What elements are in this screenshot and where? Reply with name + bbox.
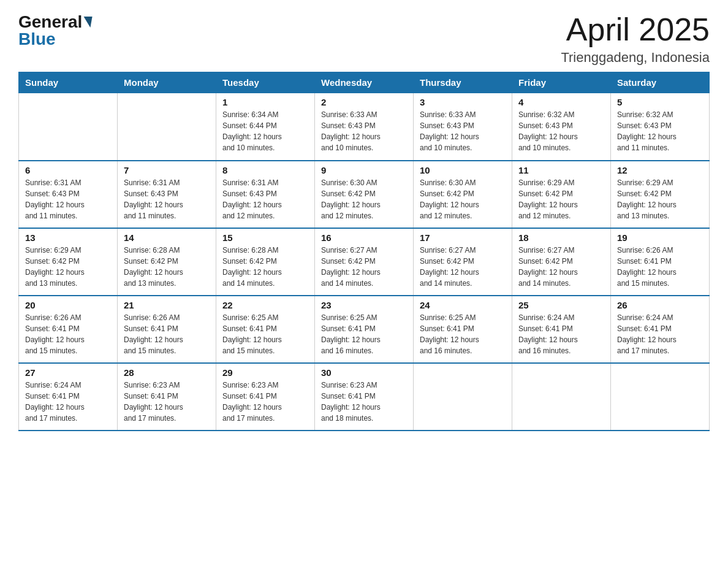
logo: General Blue (18, 12, 92, 49)
day-info: Sunrise: 6:30 AMSunset: 6:42 PMDaylight:… (420, 177, 506, 221)
day-number: 28 (124, 367, 210, 378)
day-number: 16 (321, 232, 407, 243)
calendar-cell: 7Sunrise: 6:31 AMSunset: 6:43 PMDaylight… (118, 161, 216, 228)
calendar-table: SundayMondayTuesdayWednesdayThursdayFrid… (18, 72, 710, 431)
day-number: 6 (25, 165, 111, 175)
day-info: Sunrise: 6:33 AMSunset: 6:43 PMDaylight:… (420, 109, 506, 153)
day-info: Sunrise: 6:28 AMSunset: 6:42 PMDaylight:… (124, 245, 210, 289)
calendar-week-row: 6Sunrise: 6:31 AMSunset: 6:43 PMDaylight… (19, 161, 710, 228)
day-info: Sunrise: 6:26 AMSunset: 6:41 PMDaylight:… (25, 312, 111, 356)
calendar-cell: 10Sunrise: 6:30 AMSunset: 6:42 PMDayligh… (414, 161, 512, 228)
calendar-week-row: 27Sunrise: 6:24 AMSunset: 6:41 PMDayligh… (19, 363, 710, 431)
calendar-cell (512, 363, 611, 431)
day-info: Sunrise: 6:31 AMSunset: 6:43 PMDaylight:… (124, 177, 210, 221)
page-header: General Blue April 2025 Trienggadeng, In… (18, 12, 710, 66)
title-block: April 2025 Trienggadeng, Indonesia (561, 12, 710, 66)
calendar-cell: 2Sunrise: 6:33 AMSunset: 6:43 PMDaylight… (315, 93, 414, 161)
day-number: 21 (124, 300, 210, 310)
header-sunday: Sunday (19, 72, 118, 93)
day-info: Sunrise: 6:25 AMSunset: 6:41 PMDaylight:… (222, 312, 308, 356)
header-saturday: Saturday (611, 72, 710, 93)
header-thursday: Thursday (414, 72, 512, 93)
day-info: Sunrise: 6:29 AMSunset: 6:42 PMDaylight:… (617, 177, 703, 221)
calendar-cell: 16Sunrise: 6:27 AMSunset: 6:42 PMDayligh… (315, 228, 414, 296)
day-number: 11 (518, 165, 604, 175)
header-friday: Friday (512, 72, 611, 93)
day-info: Sunrise: 6:26 AMSunset: 6:41 PMDaylight:… (617, 245, 703, 289)
calendar-cell: 29Sunrise: 6:23 AMSunset: 6:41 PMDayligh… (216, 363, 315, 431)
day-info: Sunrise: 6:34 AMSunset: 6:44 PMDaylight:… (222, 109, 308, 153)
day-info: Sunrise: 6:24 AMSunset: 6:41 PMDaylight:… (518, 312, 604, 356)
day-number: 7 (124, 165, 210, 175)
day-info: Sunrise: 6:30 AMSunset: 6:42 PMDaylight:… (321, 177, 407, 221)
calendar-cell: 3Sunrise: 6:33 AMSunset: 6:43 PMDaylight… (414, 93, 512, 161)
calendar-cell: 18Sunrise: 6:27 AMSunset: 6:42 PMDayligh… (512, 228, 611, 296)
calendar-cell: 13Sunrise: 6:29 AMSunset: 6:42 PMDayligh… (19, 228, 118, 296)
calendar-cell: 23Sunrise: 6:25 AMSunset: 6:41 PMDayligh… (315, 296, 414, 363)
day-number: 14 (124, 232, 210, 243)
day-number: 18 (518, 232, 604, 243)
day-info: Sunrise: 6:24 AMSunset: 6:41 PMDaylight:… (25, 380, 111, 424)
day-number: 13 (25, 232, 111, 243)
calendar-cell (611, 363, 710, 431)
day-number: 25 (518, 300, 604, 310)
day-number: 1 (222, 97, 308, 107)
calendar-cell: 30Sunrise: 6:23 AMSunset: 6:41 PMDayligh… (315, 363, 414, 431)
day-number: 30 (321, 367, 407, 378)
day-number: 17 (420, 232, 506, 243)
calendar-cell: 28Sunrise: 6:23 AMSunset: 6:41 PMDayligh… (118, 363, 216, 431)
calendar-cell (118, 93, 216, 161)
header-monday: Monday (118, 72, 216, 93)
calendar-cell: 6Sunrise: 6:31 AMSunset: 6:43 PMDaylight… (19, 161, 118, 228)
day-info: Sunrise: 6:27 AMSunset: 6:42 PMDaylight:… (420, 245, 506, 289)
header-tuesday: Tuesday (216, 72, 315, 93)
day-number: 19 (617, 232, 703, 243)
calendar-week-row: 13Sunrise: 6:29 AMSunset: 6:42 PMDayligh… (19, 228, 710, 296)
calendar-cell: 4Sunrise: 6:32 AMSunset: 6:43 PMDaylight… (512, 93, 611, 161)
day-info: Sunrise: 6:29 AMSunset: 6:42 PMDaylight:… (518, 177, 604, 221)
calendar-cell: 27Sunrise: 6:24 AMSunset: 6:41 PMDayligh… (19, 363, 118, 431)
day-info: Sunrise: 6:27 AMSunset: 6:42 PMDaylight:… (518, 245, 604, 289)
calendar-cell: 24Sunrise: 6:25 AMSunset: 6:41 PMDayligh… (414, 296, 512, 363)
header-wednesday: Wednesday (315, 72, 414, 93)
calendar-cell: 11Sunrise: 6:29 AMSunset: 6:42 PMDayligh… (512, 161, 611, 228)
day-info: Sunrise: 6:26 AMSunset: 6:41 PMDaylight:… (124, 312, 210, 356)
day-number: 3 (420, 97, 506, 107)
calendar-cell: 5Sunrise: 6:32 AMSunset: 6:43 PMDaylight… (611, 93, 710, 161)
day-number: 15 (222, 232, 308, 243)
day-info: Sunrise: 6:25 AMSunset: 6:41 PMDaylight:… (321, 312, 407, 356)
calendar-cell: 17Sunrise: 6:27 AMSunset: 6:42 PMDayligh… (414, 228, 512, 296)
day-info: Sunrise: 6:23 AMSunset: 6:41 PMDaylight:… (124, 380, 210, 424)
day-number: 24 (420, 300, 506, 310)
logo-blue: Blue (18, 29, 56, 49)
calendar-cell: 12Sunrise: 6:29 AMSunset: 6:42 PMDayligh… (611, 161, 710, 228)
calendar-cell: 20Sunrise: 6:26 AMSunset: 6:41 PMDayligh… (19, 296, 118, 363)
day-info: Sunrise: 6:33 AMSunset: 6:43 PMDaylight:… (321, 109, 407, 153)
day-number: 20 (25, 300, 111, 310)
day-number: 2 (321, 97, 407, 107)
calendar-cell: 9Sunrise: 6:30 AMSunset: 6:42 PMDaylight… (315, 161, 414, 228)
calendar-cell: 19Sunrise: 6:26 AMSunset: 6:41 PMDayligh… (611, 228, 710, 296)
calendar-cell: 8Sunrise: 6:31 AMSunset: 6:43 PMDaylight… (216, 161, 315, 228)
calendar-cell (414, 363, 512, 431)
day-info: Sunrise: 6:32 AMSunset: 6:43 PMDaylight:… (617, 109, 703, 153)
calendar-cell: 21Sunrise: 6:26 AMSunset: 6:41 PMDayligh… (118, 296, 216, 363)
day-number: 10 (420, 165, 506, 175)
day-number: 8 (222, 165, 308, 175)
day-info: Sunrise: 6:29 AMSunset: 6:42 PMDaylight:… (25, 245, 111, 289)
calendar-cell: 26Sunrise: 6:24 AMSunset: 6:41 PMDayligh… (611, 296, 710, 363)
calendar-cell: 25Sunrise: 6:24 AMSunset: 6:41 PMDayligh… (512, 296, 611, 363)
day-info: Sunrise: 6:23 AMSunset: 6:41 PMDaylight:… (321, 380, 407, 424)
day-number: 5 (617, 97, 703, 107)
day-number: 29 (222, 367, 308, 378)
calendar-cell: 22Sunrise: 6:25 AMSunset: 6:41 PMDayligh… (216, 296, 315, 363)
day-number: 23 (321, 300, 407, 310)
day-info: Sunrise: 6:31 AMSunset: 6:43 PMDaylight:… (25, 177, 111, 221)
calendar-cell: 1Sunrise: 6:34 AMSunset: 6:44 PMDaylight… (216, 93, 315, 161)
day-info: Sunrise: 6:25 AMSunset: 6:41 PMDaylight:… (420, 312, 506, 356)
day-info: Sunrise: 6:28 AMSunset: 6:42 PMDaylight:… (222, 245, 308, 289)
day-info: Sunrise: 6:27 AMSunset: 6:42 PMDaylight:… (321, 245, 407, 289)
day-number: 26 (617, 300, 703, 310)
calendar-cell (19, 93, 118, 161)
calendar-week-row: 20Sunrise: 6:26 AMSunset: 6:41 PMDayligh… (19, 296, 710, 363)
